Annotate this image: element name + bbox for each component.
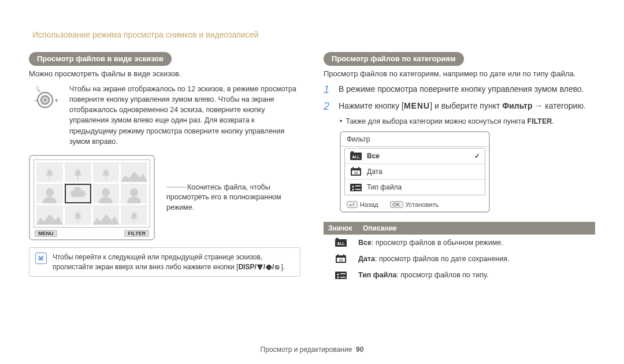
thumb-selected — [65, 184, 91, 203]
column-right: Просмотр файлов по категориям Просмотр ф… — [324, 29, 595, 283]
filter-title: Фильтр — [341, 132, 489, 147]
thumb — [65, 205, 91, 225]
svg-rect-18 — [355, 189, 361, 190]
thumb — [36, 162, 63, 182]
step-body: В режиме просмотра поверните кнопку упра… — [339, 84, 595, 95]
thumb — [36, 184, 63, 203]
table-row: 12 Дата: просмотр файлов по дате сохране… — [324, 251, 595, 267]
filter-screen: Фильтр ALL Все ✓ 12 Дата Тип файла ⮐Наза… — [340, 131, 490, 213]
svg-rect-27 — [335, 272, 347, 279]
page-footer: Просмотр и редактирование 90 — [0, 346, 624, 354]
svg-rect-16 — [355, 185, 361, 187]
filter-item-date: 12 Дата — [345, 164, 485, 180]
thumb — [121, 184, 147, 203]
ok-button: OKУстановить — [390, 201, 439, 208]
breadcrumb: Использование режима просмотра снимков и… — [32, 30, 258, 39]
svg-rect-12 — [352, 167, 354, 169]
svg-point-17 — [352, 189, 354, 191]
note-box: Чтобы перейти к следующей или предыдущей… — [29, 247, 300, 277]
thumb — [121, 205, 147, 225]
column-left: Просмотр файлов в виде эскизов Можно про… — [29, 29, 300, 283]
svg-point-15 — [352, 186, 354, 188]
svg-rect-21 — [336, 238, 339, 240]
svg-point-2 — [43, 98, 47, 102]
intro-text: Можно просмотреть файлы в виде эскизов. — [29, 69, 300, 78]
thumbnail-caption: Коснитесь файла, чтобы просмотреть его в… — [166, 183, 300, 213]
step-body: Нажмите кнопку [MENU] и выберите пункт Ф… — [339, 101, 595, 112]
intro-text: Просмотр файлов по категориям, например … — [324, 69, 595, 78]
filter-item-type: Тип файла — [345, 180, 485, 195]
svg-point-30 — [337, 277, 339, 278]
svg-text:ALL: ALL — [352, 155, 360, 159]
svg-text:+: + — [54, 96, 58, 105]
thumb — [93, 184, 120, 203]
thumb — [65, 162, 91, 182]
svg-text:12: 12 — [354, 171, 358, 174]
svg-text:−: − — [34, 96, 38, 105]
filter-label: FILTER — [124, 230, 149, 237]
checkmark-icon: ✓ — [474, 152, 480, 160]
svg-rect-25 — [337, 254, 339, 257]
svg-text:12: 12 — [339, 258, 343, 262]
menu-label: MENU — [35, 230, 57, 237]
filter-item-all: ALL Все ✓ — [345, 148, 485, 164]
zoom-instruction: Чтобы на экране отображалось по 12 эскиз… — [69, 84, 300, 147]
thumb — [121, 162, 147, 182]
table-row: ALL Все: просмотр файлов в обычном режим… — [324, 235, 595, 251]
table-row: Тип файла: просмотр файлов по типу. — [324, 267, 595, 283]
svg-rect-31 — [340, 277, 346, 278]
note-icon — [35, 252, 47, 264]
svg-text:ALL: ALL — [337, 242, 345, 246]
svg-rect-14 — [350, 184, 362, 191]
svg-point-28 — [337, 274, 339, 276]
step-number: 2 — [324, 101, 333, 113]
svg-rect-26 — [343, 254, 344, 257]
svg-rect-29 — [340, 273, 346, 274]
svg-rect-8 — [351, 151, 354, 153]
bullet: • Также для выбора категории можно косну… — [340, 117, 595, 125]
table-header: Значок Описание — [324, 222, 595, 235]
thumb — [93, 162, 120, 182]
thumb — [93, 205, 120, 225]
thumb — [36, 205, 63, 225]
svg-rect-13 — [358, 167, 359, 169]
step-number: 1 — [324, 84, 333, 96]
back-button: ⮐Назад — [347, 201, 378, 208]
zoom-dial-icon: − + — [29, 84, 61, 112]
section-pill-categories: Просмотр файлов по категориям — [324, 52, 464, 66]
thumbnail-screen: MENU FILTER — [29, 155, 155, 240]
section-pill-thumbnails: Просмотр файлов в виде эскизов — [29, 52, 172, 66]
